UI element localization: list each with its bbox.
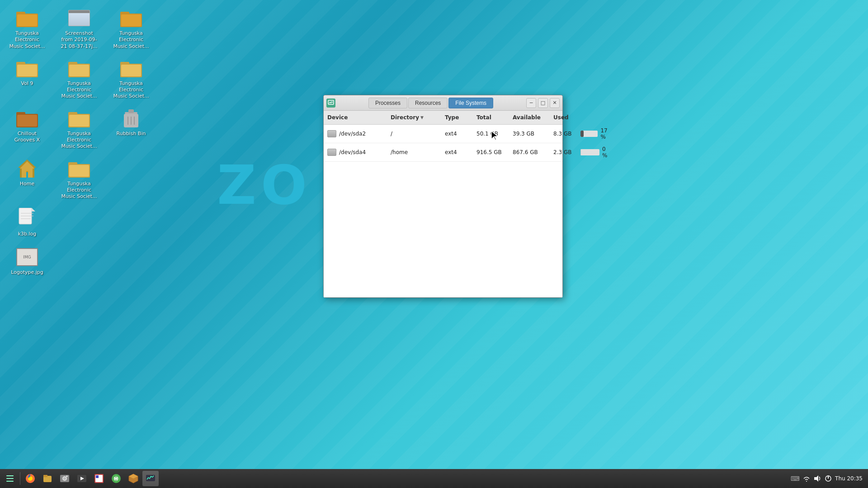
folder-light-icon: [68, 109, 90, 127]
svg-rect-31: [69, 165, 89, 177]
taskbar-settings[interactable]: [91, 471, 107, 486]
taskbar: M ⌨: [0, 469, 868, 488]
col-header-type[interactable]: Type: [441, 112, 473, 123]
taskbar-clock: Thu 20:35: [835, 475, 863, 482]
desktop-icon-2[interactable]: Tunguska Electronic Music Societ...: [108, 5, 154, 52]
usage-bar-0: [580, 131, 598, 137]
desktop-icon-0[interactable]: Tunguska Electronic Music Societ...: [5, 5, 50, 52]
tray-keyboard[interactable]: ⌨: [791, 475, 800, 482]
desktop-icon-1[interactable]: Screenshot from 2019-09-21 08-37-17j...: [57, 5, 102, 52]
desktop-icon-8[interactable]: Rubbish Bin: [108, 105, 154, 153]
usage-bar-1: [580, 149, 599, 155]
window-titlebar: Processes Resources File Systems − □ ✕: [324, 95, 562, 111]
folder-light-icon: [68, 160, 90, 178]
desktop-icon-10[interactable]: Tunguska Electronic Music Societ...: [57, 155, 102, 203]
svg-text:M: M: [114, 477, 118, 481]
close-button[interactable]: ✕: [550, 98, 560, 108]
taskbar-right: ⌨ Thu 20:35: [791, 474, 866, 483]
svg-marker-28: [20, 161, 34, 178]
window-empty-area: [324, 162, 562, 297]
desktop-icons: Tunguska Electronic Music Societ... Scre…: [5, 5, 158, 278]
maximize-button[interactable]: □: [538, 98, 548, 108]
cell-device-0: /dev/sda2: [324, 127, 387, 140]
svg-rect-22: [128, 109, 134, 113]
cell-total-1: 916.5 GB: [473, 146, 509, 158]
taskbar-media[interactable]: [74, 471, 90, 486]
cell-directory-0: /: [387, 128, 441, 140]
svg-point-49: [66, 476, 68, 477]
desktop-icon-6[interactable]: Chillout Grooves X: [5, 105, 50, 153]
sort-arrow-icon: ▼: [420, 115, 424, 120]
window-tabs: Processes Resources File Systems: [338, 98, 524, 108]
cell-used-0: 8.3 GB: [550, 128, 577, 140]
cell-directory-1: /home: [387, 146, 441, 158]
cell-available-1: 867.6 GB: [509, 146, 550, 158]
taskbar-mint[interactable]: M: [108, 471, 124, 486]
minimize-button[interactable]: −: [526, 98, 536, 108]
svg-rect-45: [43, 475, 47, 477]
col-header-total[interactable]: Total: [473, 112, 509, 123]
desktop-icon-4[interactable]: Tunguska Electronic Music Societ...: [57, 55, 102, 103]
cell-usedpct-1: 0 %: [577, 143, 613, 161]
table-header: Device Directory ▼ Type Total Available …: [324, 111, 562, 125]
cell-usedpct-0: 17 %: [577, 125, 613, 143]
desktop-icon-9[interactable]: Home: [5, 155, 50, 203]
svg-rect-54: [96, 475, 99, 478]
folder-light-icon: [120, 59, 142, 77]
taskbar-firefox[interactable]: [22, 471, 38, 486]
svg-rect-2: [17, 14, 37, 26]
svg-rect-5: [121, 14, 141, 26]
taskbar-separator: [20, 472, 20, 485]
folder-dark-icon: [16, 109, 38, 127]
cell-device-1: /dev/sda4: [324, 146, 387, 159]
trash-icon: [122, 108, 140, 129]
drive-icon: [327, 130, 336, 137]
svg-rect-8: [17, 65, 37, 76]
cell-used-1: 2.3 GB: [550, 146, 577, 158]
svg-rect-14: [121, 65, 141, 76]
taskbar-menu-button[interactable]: [2, 471, 18, 486]
desktop-watermark: ZO: [217, 154, 311, 216]
folder-icon: [120, 9, 142, 27]
col-header-used[interactable]: Used: [550, 112, 577, 123]
taskbar-files[interactable]: [39, 471, 56, 486]
svg-rect-20: [69, 115, 89, 127]
tray-volume[interactable]: [813, 474, 821, 483]
table-row[interactable]: /dev/sda2 / ext4 50.1 GB 39.3 GB 8.3 GB …: [324, 125, 562, 143]
folder-light-icon: [16, 59, 38, 77]
desktop-icon-5[interactable]: Tunguska Electronic Music Societ...: [108, 55, 154, 103]
svg-rect-40: [6, 478, 14, 479]
system-monitor-window: Processes Resources File Systems − □ ✕ D…: [323, 95, 563, 298]
home-icon: [16, 158, 38, 179]
col-header-available[interactable]: Available: [509, 112, 550, 123]
tray-network[interactable]: [802, 474, 811, 483]
svg-point-48: [63, 477, 66, 480]
cell-type-1: ext4: [441, 146, 473, 158]
desktop: ZO Tunguska Electronic Music Societ... S: [0, 0, 868, 488]
col-header-directory[interactable]: Directory ▼: [387, 112, 441, 123]
desktop-icon-3[interactable]: Vol 9: [5, 55, 50, 103]
cell-type-0: ext4: [441, 128, 473, 140]
desktop-icon-12[interactable]: k3b.log: [5, 205, 50, 241]
folder-light-icon: [68, 59, 90, 77]
svg-rect-17: [17, 115, 37, 127]
taskbar-system-monitor[interactable]: [142, 471, 159, 486]
desktop-icon-15[interactable]: IMG Logotype.jpg: [5, 244, 50, 278]
folder-icon: [16, 9, 38, 27]
app-icon: [326, 99, 335, 108]
tray-power[interactable]: [824, 474, 832, 483]
cell-total-0: 50.1 GB: [473, 128, 509, 140]
svg-rect-41: [6, 481, 14, 482]
tab-filesystems[interactable]: File Systems: [448, 98, 493, 108]
drive-icon: [327, 149, 336, 156]
tab-resources[interactable]: Resources: [408, 98, 448, 108]
tab-processes[interactable]: Processes: [368, 98, 407, 108]
col-header-device[interactable]: Device: [324, 112, 387, 123]
taskbar-synaptic[interactable]: [125, 471, 142, 486]
svg-rect-39: [6, 475, 14, 476]
window-body: Device Directory ▼ Type Total Available …: [324, 111, 562, 297]
desktop-icon-7[interactable]: Tunguska Electronic Music Societ...: [57, 105, 102, 153]
window-controls: − □ ✕: [526, 98, 560, 108]
table-row[interactable]: /dev/sda4 /home ext4 916.5 GB 867.6 GB 2…: [324, 143, 562, 162]
taskbar-photos[interactable]: [57, 471, 73, 486]
